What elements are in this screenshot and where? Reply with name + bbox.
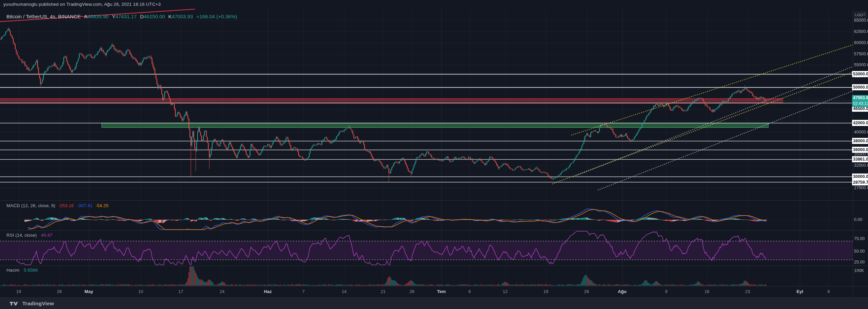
rsi-axis-tick: 75.00 — [854, 236, 868, 241]
time-axis-tick: 16 — [705, 289, 709, 294]
time-axis-tick: 19 — [16, 289, 21, 294]
price-line-label: 28759.75 — [852, 179, 868, 185]
tradingview-brand-text[interactable]: TradingView — [22, 301, 54, 307]
price-line-label: 53000.00 — [852, 71, 868, 77]
rsi-axis-tick: 50.00 — [854, 249, 868, 254]
time-axis-tick: 26 — [584, 289, 589, 294]
volume-axis-tick: 100K — [854, 268, 868, 273]
price-line-label: 46500.00 — [852, 106, 868, 112]
ohlc-D: D46250.00 — [140, 14, 165, 19]
time-axis-tick: 17 — [178, 289, 183, 294]
price-line-label: 38000.00 — [852, 138, 868, 144]
price-axis-tick: 55000.00 — [854, 62, 868, 67]
publish-info[interactable]: yusufnumanoglu published on TradingView.… — [3, 2, 161, 7]
interval-label[interactable]: 4s — [50, 14, 55, 19]
price-axis-tick: 27500.00 — [854, 185, 868, 190]
macd-axis-tick: 0.00 — [854, 217, 868, 222]
time-axis-tick: 26 — [57, 289, 62, 294]
time-axis-tick: 10 — [138, 289, 143, 294]
time-axis-tick: 24 — [220, 289, 224, 294]
ohlc-Y: Y47431.17 — [112, 14, 137, 19]
symbol-title[interactable]: Bitcoin / TetherUS, 4s, BINANCE — [6, 14, 81, 19]
price-line-label: 36000.00 — [852, 147, 868, 153]
ohlc-K: K47003.93 — [169, 14, 193, 19]
price-axis-tick: 62500.00 — [854, 29, 868, 34]
price-axis-tick: 40000.00 — [854, 130, 868, 134]
tradingview-published-chart: yusufnumanoglu published on TradingView.… — [0, 0, 868, 309]
footer-bar: TradingView — [0, 297, 868, 309]
time-axis-tick: Tem — [437, 289, 446, 294]
time-axis-tick: Eyl — [796, 289, 803, 294]
ohlc-A: A46835.90 — [84, 14, 109, 19]
price-line-label: 42000.00 — [852, 120, 868, 126]
time-axis-tick: 21 — [381, 289, 386, 294]
price-axis-tick: 32500.00 — [854, 163, 868, 168]
time-axis-tick: 19 — [544, 289, 548, 294]
price-axis-tick: 65000.00 — [854, 18, 868, 23]
time-axis-tick: 7 — [302, 289, 304, 294]
publish-text[interactable]: yusufnumanoglu published on TradingView.… — [3, 2, 161, 7]
time-axis-tick: 12 — [503, 289, 508, 294]
price-axis-tick: 57500.00 — [854, 52, 868, 56]
price-axis-tick: 60000.00 — [854, 40, 868, 45]
price-line-label: 30000.00 — [852, 174, 868, 180]
tradingview-logo-icon[interactable] — [10, 301, 19, 307]
time-axis-tick: 6 — [468, 289, 471, 294]
rsi-axis-tick: 25.00 — [854, 260, 868, 265]
time-axis-tick: Haz — [264, 289, 272, 294]
symbol-legend[interactable]: Bitcoin / TetherUS, 4s, BINANCEA46835.90… — [6, 14, 237, 19]
price-axis-tick: 47500.00 — [854, 96, 868, 101]
chart-canvas[interactable] — [0, 0, 868, 309]
time-axis-tick: May — [84, 289, 93, 294]
time-axis-tick: 9 — [665, 289, 667, 294]
time-axis-tick: Ağu — [618, 289, 626, 294]
time-axis-tick: 14 — [342, 289, 347, 294]
exchange-label[interactable]: BINANCE — [58, 14, 81, 19]
time-axis-tick: 23 — [745, 289, 750, 294]
change-value: +168.04 (+0.36%) — [196, 14, 237, 19]
price-line-label: 50000.00 — [852, 84, 868, 90]
time-axis-tick: 26 — [410, 289, 414, 294]
time-axis-tick: 6 — [827, 289, 830, 294]
currency-toggle-button[interactable]: USDT — [854, 12, 866, 18]
price-line-label: 33861.06 — [852, 156, 868, 162]
